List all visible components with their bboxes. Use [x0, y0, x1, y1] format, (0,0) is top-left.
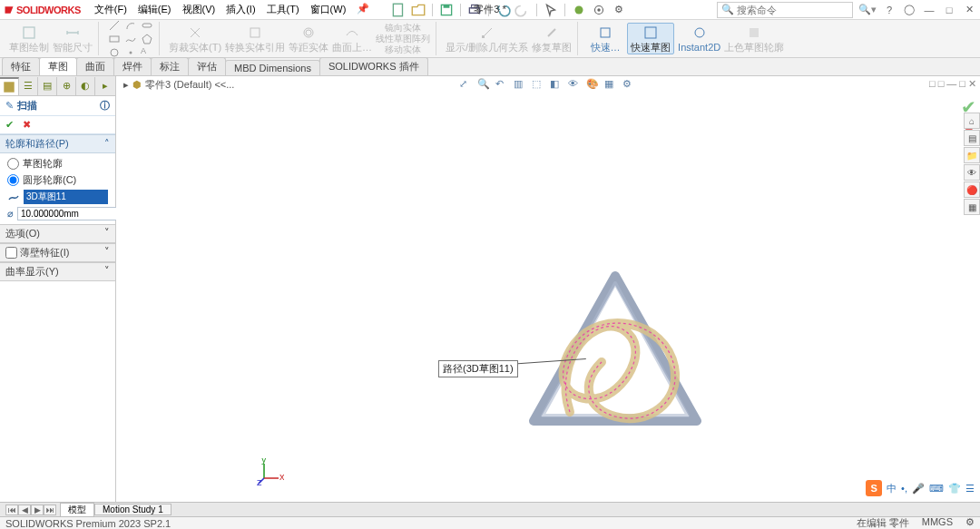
tab-annotate[interactable]: 标注 [151, 57, 189, 75]
menu-pin-icon[interactable]: 📌 [352, 1, 374, 18]
pm-cancel-button[interactable]: ✖ [23, 119, 31, 131]
hide-show-icon[interactable]: 👁 [568, 78, 583, 93]
pm-section-curvature[interactable]: 曲率显示(Y) ˅ [0, 262, 115, 281]
zoom-fit-icon[interactable]: ⤢ [459, 78, 474, 93]
save-icon[interactable] [438, 2, 455, 18]
path-callout[interactable]: 路径(3D草图11) [438, 360, 518, 377]
pm-help-icon[interactable]: ⓘ [100, 99, 110, 113]
fm-expand-icon[interactable]: ▸ [95, 77, 114, 95]
open-icon[interactable] [410, 2, 426, 18]
radio-input[interactable] [7, 158, 19, 170]
status-units[interactable]: MMGS [922, 516, 953, 529]
convert-entities-button[interactable]: 转换实体引用 [225, 24, 285, 53]
view-orient-icon[interactable]: ⬚ [532, 78, 546, 93]
menu-insert[interactable]: 插入(I) [221, 1, 260, 18]
mdi-min[interactable]: — [946, 78, 956, 90]
taskpane-resources-icon[interactable]: ▤ [964, 130, 980, 146]
search-dropdown-icon[interactable]: 🔍▾ [858, 4, 877, 15]
taskpane-view-icon[interactable]: 👁 [964, 164, 980, 181]
fm-display-icon[interactable]: ◐ [76, 77, 95, 95]
prev-view-icon[interactable]: ↶ [495, 78, 510, 93]
spline-icon[interactable] [124, 33, 137, 45]
shaded-sketch-button[interactable]: 上色草图轮廓 [724, 24, 784, 53]
tab-mbd[interactable]: MBD Dimensions [225, 60, 320, 75]
radio-input[interactable] [7, 174, 19, 186]
trim-button[interactable]: 剪裁实体(T) [169, 24, 221, 53]
new-icon[interactable] [390, 2, 407, 18]
mdi-max[interactable]: □ [959, 78, 965, 90]
redo-icon[interactable] [514, 2, 531, 18]
ime-keyboard-icon[interactable]: ⌨ [929, 483, 944, 495]
settings-gear-icon[interactable]: ⚙ [611, 2, 627, 18]
menu-view[interactable]: 视图(V) [178, 1, 220, 18]
surface-offset-button[interactable]: 曲面上… [332, 24, 372, 53]
tab-model[interactable]: 模型 [60, 503, 94, 517]
status-gear-icon[interactable]: ⚙ [965, 516, 975, 529]
ime-skin-icon[interactable]: 👕 [948, 483, 961, 495]
options-icon[interactable] [591, 2, 607, 18]
graphics-viewport[interactable]: ▸ ⬢ 零件3 (Default) <<... ⤢ 🔍 ↶ ▥ ⬚ ◧ 👁 🎨 … [116, 76, 980, 502]
menu-tools[interactable]: 工具(T) [262, 1, 304, 18]
radio-circular-profile[interactable]: 圆形轮廓(C) [7, 173, 108, 187]
move-entities-button[interactable]: 移动实体 [376, 44, 430, 54]
quick-snaps-button[interactable]: 快速… [587, 24, 623, 53]
tab-addins[interactable]: SOLIDWORKS 插件 [319, 57, 428, 75]
pm-section-thin[interactable]: 薄壁特征(I) ˅ [0, 243, 115, 262]
scene-icon[interactable]: ▦ [604, 78, 619, 93]
tab-surfaces[interactable]: 曲面 [76, 57, 114, 75]
fm-property-icon[interactable]: ☰ [19, 77, 38, 95]
ime-lang[interactable]: 中 [887, 482, 897, 495]
tab-features[interactable]: 特征 [2, 57, 40, 75]
orientation-triad[interactable]: y x z [257, 458, 284, 485]
fm-dim-icon[interactable]: ⊕ [57, 77, 76, 95]
menu-file[interactable]: 文件(F) [90, 1, 132, 18]
tab-weldments[interactable]: 焊件 [113, 57, 152, 75]
taskpane-library-icon[interactable]: 📁 [964, 147, 980, 163]
line-icon[interactable] [108, 19, 121, 32]
zoom-area-icon[interactable]: 🔍 [477, 78, 492, 93]
display-style-icon[interactable]: ◧ [550, 78, 564, 93]
path-selection-field[interactable]: 3D草图11 [7, 190, 108, 204]
maximize-button[interactable]: □ [942, 3, 956, 17]
mdi-icon1[interactable]: □ [929, 78, 936, 90]
polygon-icon[interactable] [141, 33, 153, 45]
section-header[interactable]: 轮廓和路径(P) ˄ [0, 135, 115, 153]
tab-prev-icon[interactable]: ◀ [18, 505, 31, 515]
search-input[interactable] [737, 5, 848, 15]
minimize-button[interactable]: — [922, 3, 936, 17]
tab-first-icon[interactable]: ⏮ [5, 505, 18, 515]
fm-tree-icon[interactable] [0, 77, 19, 95]
arc-icon[interactable] [124, 19, 137, 32]
offset-entities-button[interactable]: 等距实体 [289, 24, 328, 53]
tab-sketch[interactable]: 草图 [39, 57, 77, 75]
expand-icon[interactable]: ▸ [123, 79, 129, 91]
fm-config-icon[interactable]: ▤ [38, 77, 57, 95]
menu-window[interactable]: 窗口(W) [306, 1, 351, 18]
section-view-icon[interactable]: ▥ [514, 78, 528, 93]
select-icon[interactable] [543, 2, 559, 18]
mirror-entities-button[interactable]: 镜向实体 [376, 23, 430, 33]
mdi-close[interactable]: ✕ [968, 78, 976, 90]
display-relations-button[interactable]: 显示/删除几何关系 [446, 24, 528, 53]
rebuild-icon[interactable] [571, 2, 587, 18]
view-settings-icon[interactable]: ⚙ [622, 78, 637, 93]
radio-sketch-profile[interactable]: 草图轮廓 [7, 157, 108, 171]
rapid-sketch-button[interactable]: 快速草图 [627, 23, 674, 54]
linear-pattern-button[interactable]: 线性草图阵列 [376, 34, 430, 44]
ime-punct-icon[interactable]: •, [901, 483, 907, 494]
command-search[interactable]: 🔍 [717, 2, 853, 18]
tab-motion-study[interactable]: Motion Study 1 [94, 504, 172, 515]
instant2d-button[interactable]: Instant2D [678, 24, 720, 53]
notifications-icon[interactable]: ◯ [902, 3, 916, 17]
help-icon[interactable]: ? [882, 3, 897, 17]
ime-menu-icon[interactable]: ☰ [965, 483, 975, 495]
slot-icon[interactable] [141, 19, 153, 32]
taskpane-home-icon[interactable]: ⌂ [964, 113, 980, 129]
close-button[interactable]: ✕ [962, 3, 976, 17]
repair-sketch-button[interactable]: 修复草图 [532, 24, 572, 53]
sogou-ime-icon[interactable]: S [866, 480, 882, 496]
pm-ok-button[interactable]: ✔ [5, 119, 14, 131]
ime-mic-icon[interactable]: 🎤 [912, 483, 925, 495]
sketch-button[interactable]: 草图绘制 [9, 24, 49, 53]
smart-dimension-button[interactable]: 智能尺寸 [53, 24, 93, 53]
